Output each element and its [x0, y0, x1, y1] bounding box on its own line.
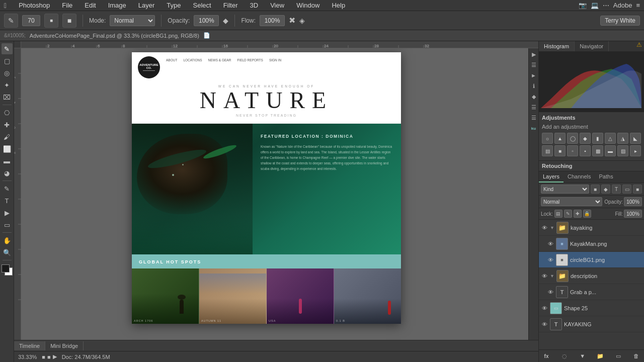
strip-icon-play[interactable]: ▶: [530, 50, 538, 58]
layers-filter-shape-icon[interactable]: ▭: [622, 185, 631, 194]
adj-curves-icon[interactable]: ▲: [554, 133, 566, 144]
lasso-tool-button[interactable]: ◎: [2, 67, 13, 78]
marquee-tool-button[interactable]: ▢: [2, 55, 13, 66]
layer-new-button[interactable]: ▭: [614, 351, 623, 360]
menu-file[interactable]: File: [60, 2, 74, 9]
layers-kind-select[interactable]: Kind: [541, 185, 589, 194]
user-badge[interactable]: Terry White: [600, 16, 640, 26]
tab-channels[interactable]: Channels: [564, 171, 595, 183]
more-icon[interactable]: ⋯: [603, 2, 609, 9]
adj-vibrance-icon[interactable]: ◆: [580, 133, 591, 144]
tab-layers[interactable]: Layers: [539, 171, 564, 183]
layer-visibility-description[interactable]: 👁: [541, 273, 548, 280]
adj-sel-color-icon[interactable]: ▨: [617, 145, 628, 156]
tab-timeline[interactable]: Timeline: [14, 341, 45, 350]
apple-logo-icon[interactable]: : [4, 2, 7, 10]
adj-brightness-icon[interactable]: ☼: [542, 133, 553, 144]
brush-tool-button[interactable]: ✎: [2, 43, 13, 54]
layers-filter-pixel-icon[interactable]: ■: [591, 185, 600, 194]
pen-tool-button[interactable]: ✎: [2, 183, 13, 194]
shape-tool-button[interactable]: ▭: [2, 219, 13, 230]
doc-close-button[interactable]: &#10005;: [4, 33, 26, 38]
opacity-input[interactable]: [194, 15, 219, 26]
adj-hsl-icon[interactable]: ▮: [592, 133, 603, 144]
flow-input[interactable]: [260, 15, 285, 26]
tab-paths[interactable]: Paths: [595, 171, 617, 183]
menu-help[interactable]: Help: [330, 2, 347, 9]
adj-grad-map-icon[interactable]: ▬: [605, 145, 616, 156]
adj-color-look-icon[interactable]: ■: [554, 145, 566, 156]
status-icon-2[interactable]: ■: [47, 354, 51, 360]
adj-invert-icon[interactable]: ▫: [567, 145, 578, 156]
apps-icon[interactable]: ≡: [636, 2, 640, 9]
strip-icon-arrow[interactable]: ►: [530, 71, 538, 79]
menu-select[interactable]: Select: [191, 2, 213, 9]
lock-all-icon[interactable]: 🔒: [583, 210, 591, 218]
path-select-button[interactable]: ▶: [2, 207, 13, 218]
tab-navigator[interactable]: Navigator: [575, 41, 609, 51]
layer-row-kayakman[interactable]: 👁 ■ KayakMan.png: [539, 236, 644, 252]
adj-thresh-icon[interactable]: ▩: [592, 145, 603, 156]
layer-visibility-shape25[interactable]: 👁: [541, 305, 548, 312]
menu-filter[interactable]: Filter: [221, 2, 240, 9]
menu-layer[interactable]: Layer: [136, 2, 157, 9]
airbrush-icon[interactable]: ✖: [289, 16, 295, 25]
layer-delete-button[interactable]: 🗑: [632, 351, 641, 360]
crop-tool-button[interactable]: ⌧: [2, 92, 13, 103]
layer-mask-button[interactable]: ◌: [560, 351, 569, 360]
strip-icon-menu2[interactable]: ☰: [530, 103, 538, 111]
strip-icon-diamond[interactable]: ◆: [530, 93, 538, 101]
tab-mini-bridge[interactable]: Mini Bridge: [45, 341, 84, 350]
layer-row-kayaking-text[interactable]: 👁 T KAYAKING: [539, 316, 644, 332]
camera-icon[interactable]: 📷: [579, 2, 587, 9]
brush-preset-icon[interactable]: ■: [44, 14, 58, 28]
layer-row-circlebg1[interactable]: 👁 ■ circleBG1.png: [539, 252, 644, 268]
layers-filter-type-icon[interactable]: T: [612, 185, 621, 194]
brush-tool-icon[interactable]: ✎: [4, 14, 18, 28]
layer-visibility-circlebg1[interactable]: 👁: [547, 256, 554, 263]
layer-row-kayaking[interactable]: 👁 ▼ 📁 kayaking: [539, 220, 644, 236]
blend-mode-select[interactable]: Normal: [541, 197, 602, 206]
adj-chan-mix-icon[interactable]: ▤: [542, 145, 553, 156]
layer-visibility-kayaking-text[interactable]: 👁: [541, 321, 548, 328]
menu-view[interactable]: View: [268, 2, 286, 9]
layer-expand-description[interactable]: ▼: [550, 274, 554, 279]
strip-icon-info[interactable]: ℹ: [530, 82, 538, 90]
dodge-tool-button[interactable]: ◕: [2, 167, 13, 178]
heal-tool-button[interactable]: ✚: [2, 119, 13, 130]
tablet-icon[interactable]: ◈: [299, 17, 305, 25]
layer-row-grab[interactable]: 👁 T Grab a p...: [539, 284, 644, 300]
mode-dropdown[interactable]: Normal Multiply Screen: [110, 15, 155, 26]
status-icon-1[interactable]: ■: [42, 354, 45, 360]
layer-visibility-kayaking[interactable]: 👁: [541, 224, 548, 231]
menu-type[interactable]: Type: [165, 2, 183, 9]
menu-photoshop[interactable]: Photoshop: [17, 2, 52, 9]
layer-visibility-grab[interactable]: 👁: [547, 289, 554, 296]
menu-window[interactable]: Window: [294, 2, 321, 9]
adj-photofil-icon[interactable]: ◣: [630, 133, 641, 144]
adj-exposure-icon[interactable]: ◯: [567, 133, 578, 144]
menu-image[interactable]: Image: [106, 2, 128, 9]
strip-icon-menu3[interactable]: ☰: [530, 114, 538, 122]
fill-input[interactable]: 100%: [624, 210, 642, 218]
layers-filter-smart-icon[interactable]: ■: [633, 185, 642, 194]
tab-histogram[interactable]: Histogram: [539, 41, 575, 51]
zoom-tool-button[interactable]: 🔍: [2, 247, 13, 258]
opacity-icon[interactable]: ◆: [223, 17, 228, 25]
layer-row-description[interactable]: 👁 ▼ 📁 description: [539, 268, 644, 284]
foreground-color-swatch[interactable]: [2, 264, 10, 273]
strip-icon-ku[interactable]: ku: [530, 124, 538, 132]
layer-row-shape25[interactable]: 👁 ▭ Shape 25: [539, 300, 644, 316]
strip-icon-menu1[interactable]: ☰: [530, 61, 538, 69]
gradient-tool-button[interactable]: ▬: [2, 155, 13, 166]
layer-visibility-kayakman[interactable]: 👁: [547, 240, 554, 247]
lock-transparency-icon[interactable]: ▤: [554, 210, 562, 218]
paint-tool-button[interactable]: 🖌: [2, 131, 13, 142]
layer-adjustment-button[interactable]: ▼: [578, 351, 587, 360]
adj-poster-icon[interactable]: ▪: [580, 145, 591, 156]
quick-select-button[interactable]: ✦: [2, 79, 13, 90]
brush-settings-icon[interactable]: ■: [62, 14, 76, 28]
opacity-input[interactable]: 100%: [624, 197, 642, 206]
text-tool-button[interactable]: T: [2, 195, 13, 206]
adj-bw-icon[interactable]: ◮: [617, 133, 628, 144]
